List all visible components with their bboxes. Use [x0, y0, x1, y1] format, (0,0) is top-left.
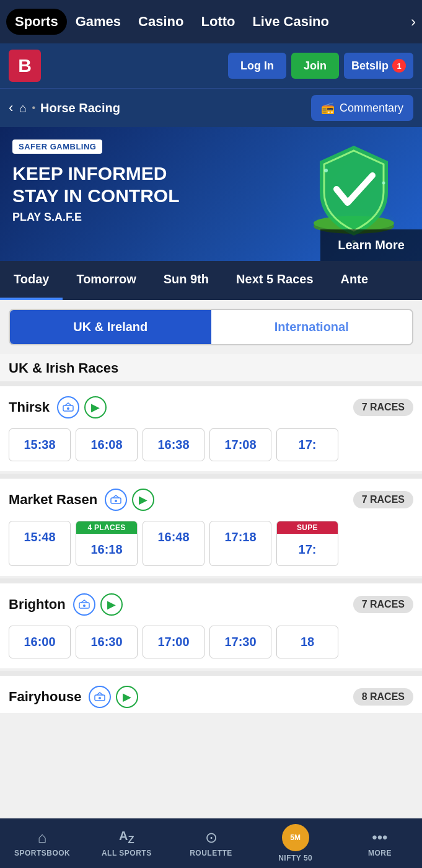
betslip-label: Betslip — [351, 60, 389, 73]
market-rasen-radio-icon[interactable] — [105, 489, 127, 511]
venue-market-rasen: Market Rasen ▶ 7 RACES 15:48 4 PLACES 16… — [0, 479, 422, 576]
thirsk-race-1638[interactable]: 16:38 — [143, 428, 204, 461]
brighton-race-1730[interactable]: 17:30 — [209, 626, 271, 658]
brighton-race-1600[interactable]: 16:00 — [9, 626, 71, 658]
thirsk-race-grid: 15:38 16:08 16:38 17:08 17: — [0, 423, 422, 471]
betslip-button[interactable]: Betslip 1 — [344, 53, 413, 79]
region-tabs: UK & Ireland International — [9, 309, 413, 345]
nav-live-casino[interactable]: Live Casino — [244, 9, 337, 35]
venue-fairyhouse: Fairyhouse ▶ 8 RACES — [0, 676, 422, 713]
market-rasen-races-badge: 7 RACES — [353, 491, 413, 508]
market-rasen-promo-4places: 4 PLACES — [76, 521, 137, 534]
brand-logo: B — [9, 50, 41, 82]
brighton-race-1630[interactable]: 16:30 — [76, 626, 138, 658]
market-rasen-race-1648[interactable]: 16:48 — [143, 521, 204, 566]
market-rasen-race-1618[interactable]: 4 PLACES 16:18 — [76, 521, 138, 566]
nav-sports[interactable]: Sports — [6, 9, 67, 35]
section-title: UK & Irish Races — [0, 354, 422, 381]
header-row: B Log In Join Betslip 1 — [0, 43, 422, 88]
svg-point-3 — [324, 169, 328, 172]
venue-fairyhouse-header: Fairyhouse ▶ 8 RACES — [0, 676, 422, 713]
tab-sun9th[interactable]: Sun 9th — [150, 261, 222, 300]
tab-international[interactable]: International — [211, 310, 413, 344]
brighton-races-badge: 7 RACES — [353, 596, 413, 613]
fairyhouse-play-icon[interactable]: ▶ — [116, 686, 138, 708]
tab-ante[interactable]: Ante — [327, 261, 382, 300]
venue-thirsk: Thirsk ▶ 7 RACES 15:38 16:08 16:38 17:08… — [0, 386, 422, 471]
svg-point-4 — [382, 182, 385, 185]
promo-banner: SAFER GAMBLING KEEP INFORMED STAY IN CON… — [0, 127, 422, 261]
tab-next5races[interactable]: Next 5 Races — [222, 261, 327, 300]
venue-fairyhouse-icons: ▶ — [89, 686, 138, 708]
divider-4 — [0, 671, 422, 676]
header-buttons: Log In Join Betslip 1 — [228, 53, 413, 79]
venue-brighton-name: Brighton — [9, 596, 66, 613]
thirsk-race-17x[interactable]: 17: — [276, 428, 338, 461]
breadcrumb-current: Horse Racing — [40, 101, 120, 115]
nav-games[interactable]: Games — [67, 9, 130, 35]
market-rasen-race-grid: 15:48 4 PLACES 16:18 16:48 17:18 SUPE 17… — [0, 516, 422, 576]
thirsk-radio-icon[interactable] — [57, 396, 79, 418]
thirsk-race-1608[interactable]: 16:08 — [76, 428, 138, 461]
market-rasen-race-17x[interactable]: SUPE 17: — [276, 521, 338, 566]
fairyhouse-races-badge: 8 RACES — [353, 688, 413, 706]
brighton-race-18[interactable]: 18 — [276, 626, 338, 658]
thirsk-race-1538[interactable]: 15:38 — [9, 428, 71, 461]
thirsk-race-1708[interactable]: 17:08 — [209, 428, 271, 461]
back-button[interactable]: ‹ — [9, 100, 13, 116]
nav-lotto[interactable]: Lotto — [192, 9, 244, 35]
thirsk-races-badge: 7 RACES — [353, 399, 413, 416]
venue-brighton-header: Brighton ▶ 7 RACES — [0, 583, 422, 621]
breadcrumb-row: ‹ ⌂ • Horse Racing 📻 Commentary — [0, 88, 422, 127]
commentary-icon: 📻 — [321, 101, 335, 115]
safer-gambling-badge: SAFER GAMBLING — [12, 140, 102, 154]
market-rasen-play-icon[interactable]: ▶ — [132, 489, 154, 511]
shield-graphic — [292, 133, 416, 245]
tab-uk-ireland[interactable]: UK & Ireland — [10, 310, 211, 344]
thirsk-play-icon[interactable]: ▶ — [84, 396, 107, 418]
svg-point-13 — [99, 697, 101, 699]
divider-3 — [0, 578, 422, 583]
market-rasen-promo-super: SUPE — [277, 521, 338, 534]
breadcrumb-separator: • — [32, 102, 35, 113]
venue-brighton: Brighton ▶ 7 RACES 16:00 16:30 17:00 17:… — [0, 583, 422, 668]
venue-brighton-icons: ▶ — [73, 593, 123, 616]
login-button[interactable]: Log In — [228, 53, 286, 79]
fairyhouse-radio-icon[interactable] — [89, 686, 111, 708]
divider-2 — [0, 474, 422, 479]
commentary-label: Commentary — [340, 102, 403, 115]
betslip-badge: 1 — [392, 59, 406, 73]
banner-title: KEEP INFORMED STAY IN CONTROL — [12, 162, 223, 207]
venue-market-rasen-name: Market Rasen — [9, 492, 97, 508]
date-tabs: Today Tomorrow Sun 9th Next 5 Races Ante — [0, 261, 422, 300]
svg-point-7 — [67, 407, 69, 410]
venue-market-rasen-icons: ▶ — [105, 489, 154, 511]
venue-fairyhouse-name: Fairyhouse — [9, 689, 81, 705]
nav-casino[interactable]: Casino — [130, 9, 192, 35]
brighton-race-1700[interactable]: 17:00 — [143, 626, 204, 658]
top-nav: Sports Games Casino Lotto Live Casino › — [0, 0, 422, 43]
tab-today[interactable]: Today — [0, 261, 63, 300]
svg-point-9 — [115, 500, 117, 502]
brighton-play-icon[interactable]: ▶ — [100, 593, 123, 616]
venue-thirsk-name: Thirsk — [9, 399, 50, 415]
home-icon[interactable]: ⌂ — [19, 101, 27, 115]
join-button[interactable]: Join — [291, 53, 339, 79]
brighton-radio-icon[interactable] — [73, 593, 95, 616]
svg-point-11 — [83, 604, 86, 607]
market-rasen-race-1718[interactable]: 17:18 — [209, 521, 271, 566]
learn-more-button[interactable]: Learn More — [320, 229, 422, 261]
venue-market-rasen-header: Market Rasen ▶ 7 RACES — [0, 479, 422, 516]
commentary-button[interactable]: 📻 Commentary — [311, 95, 413, 121]
venue-thirsk-icons: ▶ — [57, 396, 107, 418]
market-rasen-race-1548[interactable]: 15:48 — [9, 521, 71, 566]
tab-tomorrow[interactable]: Tomorrow — [63, 261, 149, 300]
nav-more-arrow[interactable]: › — [411, 13, 416, 30]
venue-thirsk-header: Thirsk ▶ 7 RACES — [0, 386, 422, 423]
divider-1 — [0, 381, 422, 386]
brighton-race-grid: 16:00 16:30 17:00 17:30 18 — [0, 621, 422, 668]
